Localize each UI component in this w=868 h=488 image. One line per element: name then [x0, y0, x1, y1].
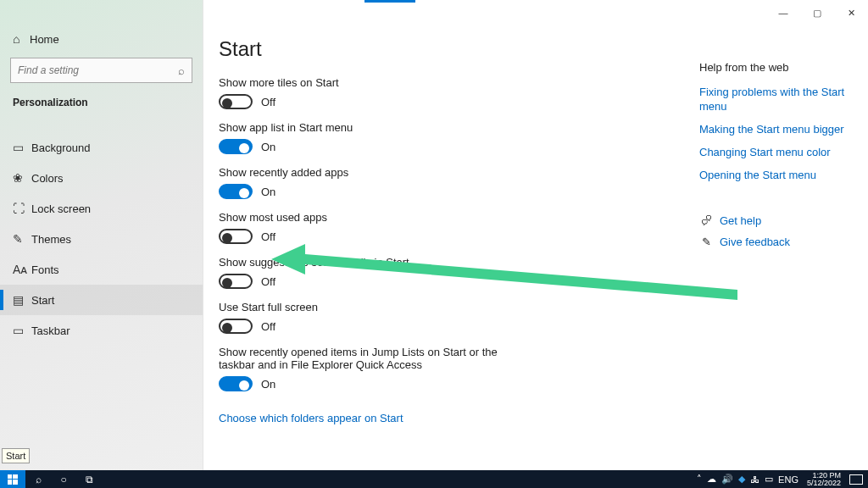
get-help-label: Get help: [720, 214, 761, 227]
setting-recently-added: Show recently added apps On: [219, 166, 690, 199]
search-box[interactable]: ⌕: [10, 58, 192, 83]
setting-label: Show app list in Start menu: [219, 121, 524, 134]
tray-date: 5/12/2022: [807, 480, 841, 487]
tray-language[interactable]: ENG: [778, 474, 798, 485]
home-icon: ⌂: [13, 32, 30, 46]
sidebar-item-background[interactable]: ▭ Background: [0, 132, 203, 163]
home-button[interactable]: ⌂ Home: [0, 25, 203, 53]
give-feedback-label: Give feedback: [720, 236, 790, 248]
help-header: Help from the web: [699, 61, 856, 74]
toggle-state: Off: [261, 320, 275, 333]
choose-folders-link[interactable]: Choose which folders appear on Start: [219, 412, 403, 424]
tray-battery-icon[interactable]: ▭: [765, 474, 773, 485]
feedback-icon: ✎: [699, 236, 713, 248]
toggle-jump-lists[interactable]: [219, 376, 253, 391]
close-button[interactable]: ✕: [834, 0, 868, 25]
svg-rect-1: [8, 474, 12, 479]
minimize-button[interactable]: —: [766, 0, 800, 25]
search-input[interactable]: [18, 64, 178, 76]
start-icon: ▤: [13, 293, 31, 307]
taskbar-taskview-button[interactable]: ⧉: [76, 470, 102, 488]
fonts-icon: Aᴀ: [13, 263, 31, 276]
right-rail: Help from the web Fixing problems with t…: [699, 61, 856, 257]
toggle-state: On: [261, 141, 275, 153]
setting-label: Show more tiles on Start: [219, 76, 524, 89]
tray-clock[interactable]: 1:20 PM 5/12/2022: [804, 472, 844, 487]
setting-full-screen: Use Start full screen Off: [219, 301, 690, 334]
sidebar-item-fonts[interactable]: Aᴀ Fonts: [0, 254, 203, 285]
toggle-app-list[interactable]: [219, 139, 253, 154]
sidebar-item-label: Fonts: [31, 263, 59, 276]
start-tooltip: Start: [2, 448, 30, 463]
home-label: Home: [30, 33, 59, 46]
toggle-state: Off: [261, 275, 275, 288]
palette-icon: ❀: [13, 171, 31, 185]
toggle-state: Off: [261, 230, 275, 243]
sidebar-item-label: Taskbar: [31, 324, 70, 337]
nav-list: ▭ Background ❀ Colors ⛶ Lock screen ✎ Th…: [0, 132, 203, 346]
sidebar-item-start[interactable]: ▤ Start: [0, 285, 203, 315]
tray-chevron-icon[interactable]: ˄: [697, 474, 702, 485]
give-feedback-link[interactable]: ✎ Give feedback: [699, 236, 856, 248]
picture-icon: ▭: [13, 141, 31, 154]
toggle-state: On: [261, 378, 275, 391]
setting-label: Show recently opened items in Jump Lists…: [219, 346, 524, 371]
setting-app-list: Show app list in Start menu On: [219, 121, 690, 154]
sidebar-item-label: Background: [31, 141, 90, 154]
setting-more-tiles: Show more tiles on Start Off: [219, 76, 690, 109]
taskbar-search-button[interactable]: ⌕: [25, 470, 51, 488]
tray-defender-icon[interactable]: ◆: [738, 474, 745, 485]
sidebar-item-themes[interactable]: ✎ Themes: [0, 224, 203, 254]
get-help-link[interactable]: 🗪 Get help: [699, 214, 856, 227]
setting-jump-lists: Show recently opened items in Jump Lists…: [219, 346, 690, 391]
maximize-button[interactable]: ▢: [800, 0, 834, 25]
search-icon: ⌕: [178, 64, 185, 77]
svg-rect-2: [13, 474, 18, 479]
sidebar-item-label: Themes: [31, 233, 71, 246]
sidebar-item-taskbar[interactable]: ▭ Taskbar: [0, 315, 203, 346]
setting-suggestions: Show suggestions occasionally in Start O…: [219, 256, 690, 289]
main-content: Start Show more tiles on Start Off Show …: [219, 25, 690, 470]
help-link[interactable]: Changing Start menu color: [699, 146, 856, 160]
taskbar: ⌕ ○ ⧉ ˄ ☁ 🔊 ◆ 🖧 ▭ ENG 1:20 PM 5/12/2022: [0, 470, 868, 488]
lock-screen-icon: ⛶: [13, 202, 31, 215]
setting-label: Show recently added apps: [219, 166, 524, 179]
help-link[interactable]: Making the Start menu bigger: [699, 123, 856, 137]
section-label: Personalization: [0, 92, 203, 117]
toggle-most-used[interactable]: [219, 229, 253, 244]
sidebar-item-label: Colors: [31, 172, 64, 185]
sidebar-item-label: Lock screen: [31, 202, 91, 215]
setting-label: Show most used apps: [219, 211, 524, 224]
help-link[interactable]: Opening the Start menu: [699, 169, 856, 183]
sidebar: ⌂ Home ⌕ Personalization ▭ Background ❀ …: [0, 0, 203, 470]
tray-network-icon[interactable]: 🖧: [750, 474, 760, 485]
toggle-state: On: [261, 186, 275, 198]
toggle-recently-added[interactable]: [219, 184, 253, 199]
toggle-suggestions[interactable]: [219, 274, 253, 289]
sidebar-item-colors[interactable]: ❀ Colors: [0, 163, 203, 193]
tray-volume-icon[interactable]: 🔊: [721, 474, 733, 485]
help-link[interactable]: Fixing problems with the Start menu: [699, 86, 856, 114]
system-tray: ˄ ☁ 🔊 ◆ 🖧 ▭ ENG 1:20 PM 5/12/2022: [697, 470, 868, 488]
sidebar-item-label: Start: [31, 294, 54, 307]
taskbar-icon: ▭: [13, 324, 31, 337]
start-button[interactable]: [0, 470, 25, 488]
tray-onedrive-icon[interactable]: ☁: [707, 474, 716, 485]
setting-most-used: Show most used apps Off: [219, 211, 690, 244]
svg-rect-4: [13, 480, 18, 485]
help-icon: 🗪: [699, 214, 713, 227]
taskbar-cortana-button[interactable]: ○: [51, 470, 76, 488]
tray-action-center-icon[interactable]: [849, 474, 863, 485]
toggle-full-screen[interactable]: [219, 319, 253, 334]
svg-rect-3: [8, 480, 12, 485]
toggle-more-tiles[interactable]: [219, 94, 253, 109]
setting-label: Use Start full screen: [219, 301, 524, 313]
themes-icon: ✎: [13, 232, 31, 246]
page-title: Start: [219, 37, 690, 61]
setting-label: Show suggestions occasionally in Start: [219, 256, 524, 269]
sidebar-item-lock-screen[interactable]: ⛶ Lock screen: [0, 193, 203, 224]
toggle-state: Off: [261, 96, 275, 108]
